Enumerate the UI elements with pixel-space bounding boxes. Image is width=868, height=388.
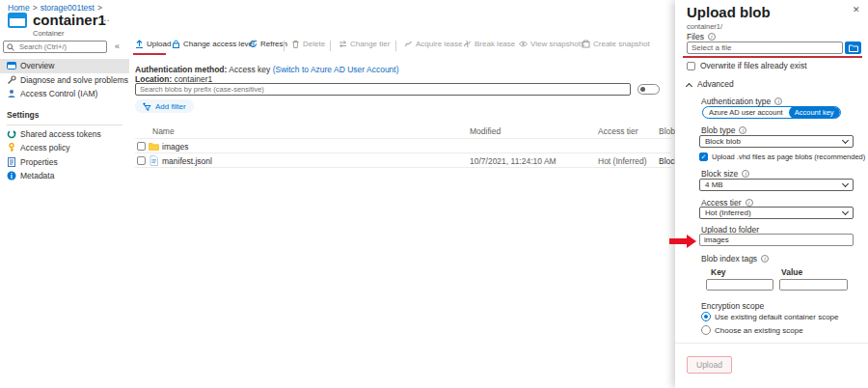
more-options-button[interactable]: …	[100, 13, 111, 23]
blob-index-tags-label: Blob index tagsi	[701, 254, 769, 263]
overview-icon	[7, 61, 16, 70]
key-icon	[7, 143, 16, 152]
switch-auth-link[interactable]: (Switch to Azure AD User Account)	[273, 65, 399, 74]
browse-files-button[interactable]	[845, 42, 861, 54]
search-icon	[7, 43, 16, 51]
create-snapshot-command[interactable]: Create snapshot	[582, 40, 650, 48]
auth-option-account-key[interactable]: Account key	[789, 106, 840, 119]
sidebar-item-diagnose[interactable]: Diagnose and solve problems	[0, 73, 129, 88]
person-icon	[7, 89, 16, 98]
encryption-default-radio[interactable]	[701, 312, 711, 321]
tags-key-header: Key	[711, 267, 726, 277]
file-select-field[interactable]	[687, 42, 843, 54]
show-deleted-toggle[interactable]	[637, 84, 660, 95]
col-header-access-tier[interactable]: Access tier	[598, 126, 638, 136]
sidebar-item-access-policy[interactable]: Access policy	[0, 141, 129, 155]
acquire-lease-command[interactable]: Acquire lease	[404, 40, 462, 48]
upload-to-folder-field[interactable]	[699, 234, 854, 246]
overwrite-label: Overwrite if files already exist	[700, 61, 807, 70]
eye-icon	[519, 40, 528, 48]
block-size-select[interactable]: 4 MB	[699, 179, 854, 191]
auth-type-toggle[interactable]: Azure AD user account Account key	[702, 106, 841, 119]
annotation-underline-upload	[133, 53, 166, 55]
upload-to-folder-input[interactable]	[700, 236, 853, 244]
encryption-choose-radio[interactable]	[701, 325, 711, 335]
sidebar-collapse-icon[interactable]: «	[115, 42, 120, 51]
panel-title: Upload blob	[687, 4, 771, 20]
annotation-underline-files	[683, 56, 862, 58]
tag-key-field[interactable]	[706, 279, 773, 291]
blob-type-select[interactable]: Block blob	[699, 135, 854, 148]
sidebar-item-properties[interactable]: Properties	[0, 155, 129, 170]
sidebar-item-access-control[interactable]: Access Control (IAM)	[0, 87, 129, 101]
access-tier-select[interactable]: Hot (Inferred)	[699, 207, 854, 219]
chevron-down-icon	[842, 208, 849, 215]
tag-key-input[interactable]	[707, 281, 773, 290]
encryption-choose-label: Choose an existing scope	[715, 326, 803, 335]
token-icon	[7, 129, 16, 139]
change-access-level-command[interactable]: Change access level	[172, 40, 255, 48]
authentication-method-line: Authentication method: Access key (Switc…	[135, 65, 399, 74]
blob-search-box[interactable]	[135, 83, 631, 96]
row-checkbox[interactable]	[137, 156, 146, 165]
break-lease-command[interactable]: Break lease	[463, 40, 515, 48]
refresh-command[interactable]: Refresh	[249, 40, 287, 48]
sidebar-section-settings: Settings	[0, 108, 129, 122]
col-header-modified[interactable]: Modified	[470, 126, 501, 136]
properties-icon	[7, 157, 16, 167]
sidebar-search-input[interactable]	[19, 42, 102, 51]
encryption-default-label: Use existing default container scope	[715, 313, 839, 321]
info-icon: i	[742, 170, 749, 178]
auth-option-aad[interactable]: Azure AD user account	[703, 106, 789, 119]
upload-submit-button[interactable]: Upload	[687, 356, 732, 374]
change-tier-command[interactable]: Change tier	[339, 40, 390, 48]
sidebar-item-overview[interactable]: Overview	[0, 59, 129, 73]
sidebar-item-metadata[interactable]: Metadata	[0, 169, 129, 183]
tags-value-header: Value	[781, 267, 802, 277]
tag-value-input[interactable]	[780, 281, 847, 290]
blob-type-label: Blob typei	[701, 125, 746, 135]
advanced-section-toggle[interactable]: Advanced	[687, 79, 734, 89]
upload-blob-panel: Upload blob ✕ container1/ Filesi Overwri…	[675, 0, 868, 388]
encryption-scope-label: Encryption scope	[701, 301, 764, 311]
page-header: container1 Container	[8, 13, 106, 38]
blob-search-input[interactable]	[136, 85, 630, 94]
tag-value-field[interactable]	[779, 279, 848, 291]
upload-command[interactable]: Upload	[135, 40, 171, 48]
info-icon: i	[746, 199, 753, 207]
filter-icon	[143, 102, 152, 111]
blob-name[interactable]: manifest.jsonl	[162, 156, 212, 166]
acquire-lease-icon	[404, 40, 413, 48]
delete-command[interactable]: Delete	[291, 40, 325, 48]
add-filter-button[interactable]: Add filter	[135, 99, 194, 113]
vhd-checkbox[interactable]: ✓	[699, 152, 708, 161]
col-header-name[interactable]: Name	[152, 126, 175, 136]
table-row[interactable]: manifest.jsonl 10/7/2021, 11:24:10 AM Ho…	[135, 153, 671, 168]
table-row[interactable]: images	[135, 139, 671, 153]
upload-icon	[135, 40, 144, 48]
view-snapshots-command[interactable]: View snapshots	[519, 40, 584, 48]
sidebar-item-shared-access-tokens[interactable]: Shared access tokens	[0, 127, 129, 142]
info-icon	[7, 171, 16, 180]
chevron-down-icon	[842, 180, 849, 187]
breadcrumb-home[interactable]: Home	[8, 3, 30, 13]
chevron-up-icon	[686, 82, 692, 89]
close-icon[interactable]: ✕	[853, 5, 860, 14]
sidebar-search[interactable]	[3, 41, 107, 53]
toggle-knob	[640, 87, 645, 92]
blob-table: Name Modified Access tier Blob type imag…	[135, 124, 671, 168]
block-size-label: Block sizei	[701, 169, 749, 179]
file-select-input[interactable]	[688, 43, 842, 52]
blob-name[interactable]: images	[162, 142, 188, 152]
row-checkbox[interactable]	[137, 142, 146, 151]
panel-subtitle: container1/	[687, 22, 722, 31]
auth-type-label: Authentication typei	[701, 97, 782, 106]
page-title: container1	[33, 13, 106, 27]
change-tier-icon	[339, 40, 347, 48]
container-icon	[8, 13, 27, 28]
overwrite-checkbox[interactable]	[687, 62, 695, 70]
snapshot-icon	[582, 40, 590, 48]
sidebar-divider	[7, 125, 122, 125]
file-icon	[149, 155, 159, 166]
toolbar-separator	[395, 41, 396, 51]
